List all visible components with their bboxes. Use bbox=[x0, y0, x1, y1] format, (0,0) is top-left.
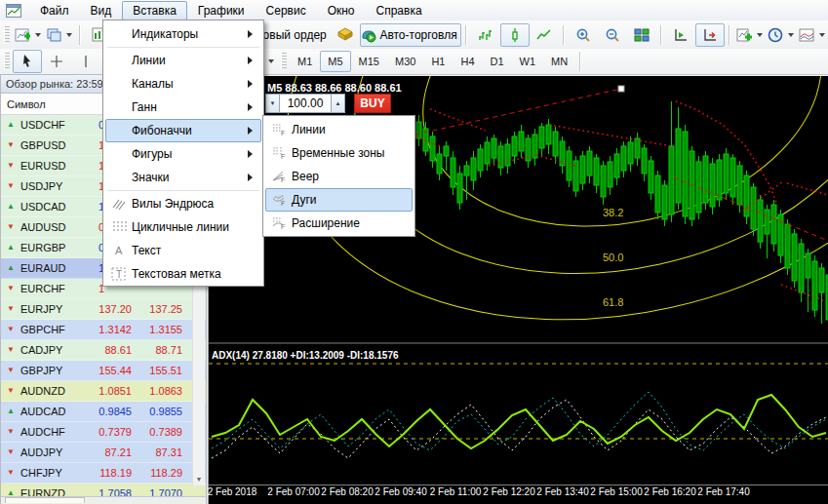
volume-field[interactable]: 100.00 bbox=[280, 94, 331, 113]
market-watch-row-gbpjpy[interactable]: ▼GBPJPY155.44155.51 bbox=[1, 361, 206, 381]
bid-value: 1.0851 bbox=[77, 385, 132, 397]
time-axis-label: 2 Feb 09:40 bbox=[375, 486, 426, 497]
down-arrow-icon: ▼ bbox=[7, 427, 17, 437]
market-watch-row-audnzd[interactable]: ▼AUDNZD1.08511.0863 bbox=[1, 381, 206, 402]
timeframe-button-m30[interactable]: M30 bbox=[387, 51, 423, 72]
auto-scroll-button[interactable] bbox=[666, 23, 695, 47]
market-watch-row-cadjpy[interactable]: ▼CADJPY88.6188.71 bbox=[1, 340, 206, 361]
chevron-down-icon bbox=[66, 33, 72, 37]
menubar-item-сервис[interactable]: Сервис bbox=[256, 1, 317, 20]
symbol-label: AUDUSD bbox=[20, 221, 77, 233]
periods-button[interactable] bbox=[766, 23, 797, 47]
menubar-item-графики[interactable]: Графики bbox=[187, 1, 256, 20]
menu-item-label: Веер bbox=[292, 170, 319, 183]
market-watch-row-audjpy[interactable]: ▼AUDJPY87.2187.31 bbox=[1, 443, 206, 463]
volume-down-button[interactable]: ▼ bbox=[265, 94, 280, 113]
zoom-out-button[interactable] bbox=[598, 23, 627, 47]
fib-object-handle[interactable] bbox=[618, 86, 624, 92]
metaeditor-button[interactable] bbox=[331, 23, 360, 47]
submenu-arrow-icon bbox=[248, 80, 253, 88]
menu-separator bbox=[107, 47, 259, 48]
menu-item-label: Текст bbox=[132, 244, 161, 257]
fibo-submenu-item-дуги[interactable]: FДуги bbox=[265, 188, 413, 212]
bid-value: 87.21 bbox=[77, 446, 132, 458]
menubar-item-окно[interactable]: Окно bbox=[317, 1, 366, 20]
svg-text:F: F bbox=[281, 130, 285, 136]
fibo-timezones-icon: F bbox=[266, 145, 292, 161]
timeframe-button-h1[interactable]: H1 bbox=[423, 51, 453, 72]
menu-item-label: Значки bbox=[132, 171, 170, 184]
menu-separator bbox=[107, 190, 259, 191]
timeframe-button-m5[interactable]: M5 bbox=[320, 51, 350, 72]
timeframe-button-w1[interactable]: W1 bbox=[512, 51, 544, 72]
down-arrow-icon: ▼ bbox=[7, 222, 17, 232]
volume-up-button[interactable]: ▲ bbox=[331, 94, 345, 113]
candlestick-chart-button[interactable] bbox=[500, 23, 530, 47]
insert-menu-item-фигуры[interactable]: Фигуры bbox=[105, 142, 261, 166]
fibo-submenu-item-линии[interactable]: FЛинии bbox=[265, 118, 413, 141]
zoom-in-button[interactable] bbox=[569, 23, 598, 47]
fibo-submenu-item-веер[interactable]: FВеер bbox=[265, 165, 413, 188]
timeframe-button-h4[interactable]: H4 bbox=[453, 51, 482, 72]
profiles-button[interactable] bbox=[44, 23, 75, 47]
menubar-item-справка[interactable]: Справка bbox=[366, 1, 433, 20]
indicators-button[interactable] bbox=[734, 23, 766, 47]
fibo-submenu-item-расширение[interactable]: FРасширение bbox=[265, 212, 413, 235]
autotrade-icon bbox=[361, 27, 376, 43]
fibo-submenu-item-временные-зоны[interactable]: FВременные зоны bbox=[265, 141, 413, 165]
menubar-item-вставка[interactable]: Вставка bbox=[122, 1, 187, 20]
cycle-lines-icon bbox=[106, 219, 132, 235]
menubar-item-файл[interactable]: Файл bbox=[29, 1, 80, 20]
insert-menu-item-вилы-эндрюса[interactable]: Вилы Эндрюса bbox=[105, 192, 261, 215]
insert-menu-item-каналы[interactable]: Каналы bbox=[105, 72, 261, 96]
insert-menu-item-фибоначчи[interactable]: Фибоначчи bbox=[105, 119, 261, 142]
symbol-label: GBPUSD bbox=[20, 139, 77, 151]
templates-button[interactable] bbox=[797, 23, 828, 47]
svg-text:F: F bbox=[281, 153, 285, 160]
autotrade-button[interactable]: Авто-торговля bbox=[360, 23, 461, 47]
insert-menu-item-значки[interactable]: Значки bbox=[105, 166, 261, 189]
tile-windows-button[interactable] bbox=[627, 23, 656, 47]
insert-menu-item-текстовая-метка[interactable]: TТекстовая метка bbox=[105, 262, 261, 286]
scrollbar-down-arrow[interactable]: ▼ bbox=[193, 473, 205, 485]
market-watch-row-eurjpy[interactable]: ▼EURJPY137.20137.25 bbox=[1, 299, 206, 320]
vertical-line-tool-button[interactable] bbox=[71, 50, 100, 73]
bar-chart-button[interactable] bbox=[471, 23, 500, 47]
toolbar-grip[interactable] bbox=[4, 53, 10, 70]
insert-menu-item-ганн[interactable]: Ганн bbox=[105, 96, 261, 119]
timeframe-button-d1[interactable]: D1 bbox=[483, 51, 512, 72]
tab-symbols-partial[interactable] bbox=[5, 497, 85, 503]
separator bbox=[579, 52, 581, 71]
fib-level-label: 61.8 bbox=[603, 296, 623, 308]
time-axis-label: 2 Feb 16:20 bbox=[644, 486, 695, 497]
timeframe-button-m15[interactable]: M15 bbox=[351, 51, 387, 72]
symbol-label: CHFJPY bbox=[20, 467, 77, 479]
one-click-trading-panel: ▼ 100.00 ▲ BUY bbox=[265, 94, 391, 113]
bid-value: 118.19 bbox=[77, 467, 132, 479]
timeframe-button-m1[interactable]: M1 bbox=[290, 51, 320, 72]
market-watch-row-gbpchf[interactable]: ▼GBPCHF1.31421.3155 bbox=[1, 320, 206, 340]
buy-button[interactable]: BUY bbox=[354, 94, 391, 113]
insert-menu-item-линии[interactable]: Линии bbox=[105, 49, 261, 72]
menu-bar: ФайлВидВставкаГрафикиСервисОкноСправка bbox=[0, 0, 828, 21]
line-chart-button[interactable] bbox=[530, 23, 559, 47]
market-watch-row-chfjpy[interactable]: ▼CHFJPY118.19118.29 bbox=[1, 463, 206, 484]
candlestick-icon bbox=[507, 27, 523, 43]
up-arrow-icon: ▲ bbox=[7, 407, 17, 416]
insert-menu-item-цикличные-линии[interactable]: Цикличные линии bbox=[105, 215, 261, 239]
chevron-down-icon bbox=[757, 33, 763, 37]
insert-menu-item-текст[interactable]: AТекст bbox=[105, 239, 261, 262]
chart-shift-button[interactable] bbox=[695, 23, 725, 47]
crosshair-tool-button[interactable] bbox=[42, 50, 71, 73]
menu-item-label: Расширение bbox=[292, 216, 360, 230]
cursor-tool-button[interactable] bbox=[13, 50, 42, 73]
market-watch-row-audchf[interactable]: ▼AUDCHF0.73790.7389 bbox=[1, 422, 206, 443]
toolbar-grip[interactable] bbox=[281, 53, 287, 70]
toolbar-grip[interactable] bbox=[4, 26, 10, 44]
timeframe-button-mn[interactable]: MN bbox=[543, 51, 575, 72]
down-arrow-icon: ▼ bbox=[7, 345, 17, 355]
insert-menu-item-индикаторы[interactable]: Индикаторы bbox=[105, 22, 261, 46]
menubar-item-вид[interactable]: Вид bbox=[80, 1, 123, 20]
market-watch-row-audcad[interactable]: ▲AUDCAD0.98450.9855 bbox=[1, 402, 206, 422]
new-chart-button[interactable] bbox=[13, 23, 44, 47]
